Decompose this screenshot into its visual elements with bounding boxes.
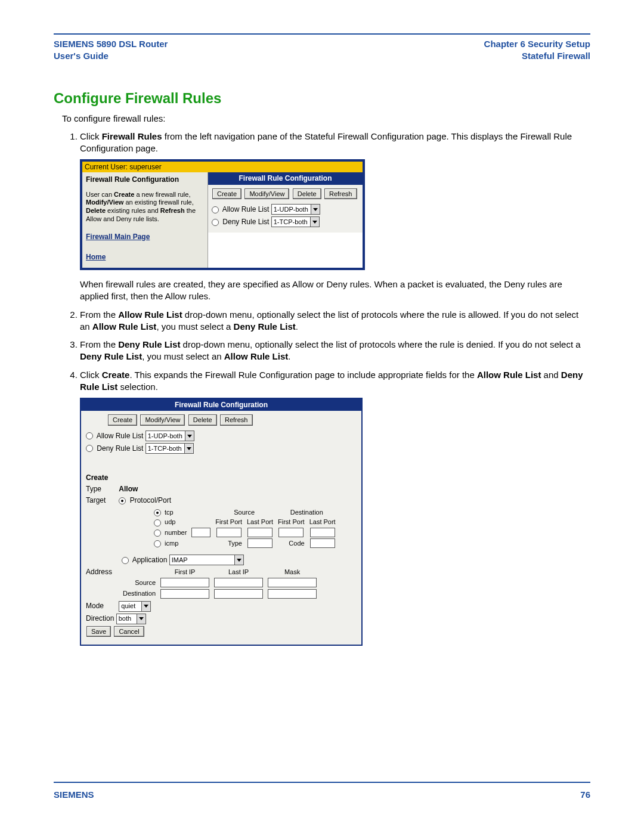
delete-button[interactable]: Delete bbox=[188, 414, 217, 426]
step-3: From the Deny Rule List drop-down menu, … bbox=[80, 339, 590, 363]
number-input[interactable] bbox=[191, 528, 210, 537]
chevron-down-icon bbox=[311, 205, 320, 214]
chevron-down-icon bbox=[185, 431, 194, 441]
direction-label: Direction bbox=[86, 614, 114, 623]
chevron-down-icon bbox=[141, 602, 150, 611]
create-header: Create bbox=[86, 473, 357, 482]
create-button[interactable]: Create bbox=[212, 188, 242, 200]
intro-text: To configure firewall rules: bbox=[62, 113, 590, 125]
header-chapter: Chapter 6 Security Setup bbox=[484, 38, 590, 50]
sidebar-desc: User can Create a new firewall rule, Mod… bbox=[86, 191, 204, 224]
allow-rule-label: Allow Rule List bbox=[97, 432, 144, 440]
step-4: Click Create. This expands the Firewall … bbox=[80, 369, 590, 646]
src-last-port-input[interactable] bbox=[247, 528, 273, 537]
protocol-table: tcp Source Destination udp First Port La… bbox=[151, 507, 338, 549]
delete-button[interactable]: Delete bbox=[293, 188, 321, 200]
firewall-config-screenshot-expanded: Firewall Rule Configuration Create Modif… bbox=[80, 398, 363, 646]
tcp-radio[interactable] bbox=[154, 509, 161, 516]
header-guide: User's Guide bbox=[54, 50, 168, 62]
steps-list: Click Firewall Rules from the left navig… bbox=[62, 131, 590, 646]
step-1: Click Firewall Rules from the left navig… bbox=[80, 131, 590, 303]
header-device: SIEMENS 5890 DSL Router bbox=[54, 38, 168, 50]
firewall-config-screenshot-small: Current User: superuser Firewall Rule Co… bbox=[80, 159, 365, 270]
panel-title: Firewall Rule Configuration bbox=[208, 172, 363, 184]
cancel-button[interactable]: Cancel bbox=[114, 626, 144, 637]
address-table: First IP Last IP Mask Source bbox=[120, 567, 319, 599]
src-mask-input[interactable] bbox=[268, 578, 317, 587]
mode-select[interactable]: quiet bbox=[119, 601, 151, 612]
header-rule bbox=[54, 33, 590, 35]
footer-brand: SIEMENS bbox=[54, 789, 94, 800]
deny-rule-radio[interactable] bbox=[212, 219, 219, 226]
udp-radio[interactable] bbox=[154, 519, 161, 527]
page-footer: SIEMENS 76 bbox=[54, 789, 590, 800]
application-select[interactable]: IMAP bbox=[169, 555, 244, 565]
protocol-port-radio[interactable] bbox=[119, 497, 126, 504]
create-button[interactable]: Create bbox=[108, 414, 137, 426]
sidebar-title: Firewall Rule Configuration bbox=[86, 175, 204, 184]
refresh-button[interactable]: Refresh bbox=[324, 188, 357, 200]
type-value: Allow bbox=[119, 485, 138, 493]
section-title: Configure Firewall Rules bbox=[54, 90, 590, 107]
number-radio[interactable] bbox=[154, 529, 161, 537]
modify-view-button[interactable]: Modify/View bbox=[244, 188, 289, 200]
header-subsection: Stateful Firewall bbox=[484, 50, 590, 62]
allow-rule-label: Allow Rule List bbox=[222, 205, 270, 213]
deny-rule-label: Deny Rule List bbox=[222, 218, 269, 226]
chevron-down-icon bbox=[184, 444, 193, 453]
src-first-ip-input[interactable] bbox=[160, 578, 209, 587]
target-label: Target bbox=[86, 496, 117, 505]
page-number: 76 bbox=[580, 789, 590, 800]
address-label: Address bbox=[86, 567, 120, 599]
icmp-type-input[interactable] bbox=[247, 538, 273, 548]
chevron-down-icon bbox=[234, 555, 243, 565]
step-1-note: When firewall rules are created, they ar… bbox=[80, 278, 590, 303]
refresh-button[interactable]: Refresh bbox=[220, 414, 253, 426]
dst-last-port-input[interactable] bbox=[310, 528, 335, 537]
chevron-down-icon bbox=[137, 614, 145, 624]
modify-view-button[interactable]: Modify/View bbox=[140, 414, 185, 426]
type-label: Type bbox=[86, 484, 117, 494]
allow-rule-select[interactable]: 1-UDP-both bbox=[271, 204, 320, 215]
footer-rule bbox=[54, 782, 590, 783]
dst-first-ip-input[interactable] bbox=[160, 589, 209, 599]
deny-rule-label: Deny Rule List bbox=[97, 444, 143, 453]
application-label: Application bbox=[132, 556, 168, 564]
icmp-code-input[interactable] bbox=[310, 538, 335, 548]
step-2: From the Allow Rule List drop-down menu,… bbox=[80, 309, 590, 333]
allow-rule-radio[interactable] bbox=[86, 432, 93, 439]
dst-mask-input[interactable] bbox=[268, 589, 317, 599]
protocol-port-label: Protocol/Port bbox=[130, 496, 171, 504]
dst-last-ip-input[interactable] bbox=[214, 589, 263, 599]
chevron-down-icon bbox=[310, 217, 319, 227]
allow-rule-select[interactable]: 1-UDP-both bbox=[145, 431, 194, 441]
save-button[interactable]: Save bbox=[86, 626, 111, 637]
sidebar: Firewall Rule Configuration User can Cre… bbox=[82, 172, 208, 268]
src-first-port-input[interactable] bbox=[216, 528, 242, 537]
application-radio[interactable] bbox=[122, 557, 129, 564]
link-firewall-main[interactable]: Firewall Main Page bbox=[86, 232, 204, 241]
dst-first-port-input[interactable] bbox=[278, 528, 304, 537]
current-user-bar: Current User: superuser bbox=[82, 162, 363, 172]
link-home[interactable]: Home bbox=[86, 252, 204, 262]
deny-rule-select[interactable]: 1-TCP-both bbox=[271, 216, 320, 227]
page-header: SIEMENS 5890 DSL Router User's Guide Cha… bbox=[54, 38, 590, 63]
allow-rule-radio[interactable] bbox=[212, 206, 219, 213]
deny-rule-radio[interactable] bbox=[86, 445, 93, 452]
src-last-ip-input[interactable] bbox=[214, 578, 263, 587]
panel-title: Firewall Rule Configuration bbox=[81, 399, 361, 411]
icmp-radio[interactable] bbox=[154, 540, 161, 547]
mode-label: Mode bbox=[86, 601, 117, 611]
deny-rule-select[interactable]: 1-TCP-both bbox=[145, 443, 194, 454]
direction-select[interactable]: both bbox=[116, 614, 146, 624]
